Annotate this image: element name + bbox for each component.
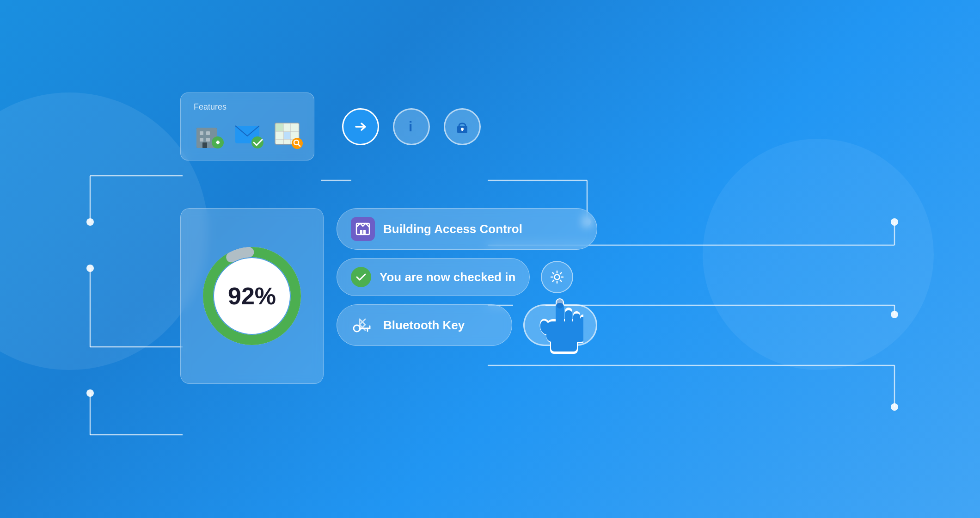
checked-in-text: You are now checked in	[380, 270, 515, 284]
bg-decoration-right	[703, 139, 934, 370]
donut-chart: 92%	[196, 240, 307, 352]
svg-rect-29	[206, 131, 210, 135]
svg-rect-28	[200, 131, 203, 135]
svg-point-8	[86, 389, 94, 397]
bluetooth-key-text: Bluetooth Key	[383, 318, 465, 333]
main-bottom-section: 92% Building Access Control	[180, 208, 597, 384]
checked-in-card[interactable]: You are now checked in	[337, 258, 530, 296]
arrow-right-icon[interactable]	[342, 108, 379, 145]
svg-rect-30	[200, 138, 203, 142]
features-icons-row	[194, 117, 301, 151]
features-card: Features	[180, 92, 314, 160]
features-label: Features	[194, 102, 301, 112]
svg-text:i: i	[409, 119, 412, 134]
mail-check-icon	[233, 117, 265, 151]
donut-percentage: 92%	[228, 282, 276, 310]
key-icon	[351, 313, 375, 337]
donut-chart-card: 92%	[180, 208, 324, 384]
map-search-icon	[273, 117, 305, 151]
svg-point-60	[555, 275, 560, 280]
building-access-text: Building Access Control	[383, 222, 522, 236]
svg-rect-32	[202, 142, 207, 148]
features-section: Features	[180, 92, 481, 160]
hand-cursor-icon	[537, 294, 583, 358]
bluetooth-key-row: Bluetooth Key	[337, 304, 597, 346]
lock-icon[interactable]	[444, 108, 481, 145]
info-icon[interactable]: i	[393, 108, 430, 145]
svg-rect-52	[462, 129, 463, 131]
svg-rect-45	[284, 132, 290, 139]
check-icon	[351, 267, 371, 287]
right-cards-column: Building Access Control You are now chec…	[337, 208, 597, 346]
click-button[interactable]	[523, 304, 597, 346]
svg-rect-31	[206, 138, 210, 142]
checked-in-row: You are now checked in	[337, 258, 597, 296]
svg-rect-59	[363, 230, 366, 234]
building-access-card[interactable]: Building Access Control	[337, 208, 597, 250]
top-right-icons: i	[342, 108, 481, 145]
bg-decoration-left	[0, 92, 208, 370]
bluetooth-key-card[interactable]: Bluetooth Key	[337, 304, 512, 346]
svg-point-15	[891, 403, 898, 411]
svg-rect-35	[217, 141, 219, 144]
svg-rect-78	[551, 339, 577, 352]
building-access-icon	[351, 217, 375, 241]
svg-rect-79	[557, 299, 563, 308]
svg-rect-44	[276, 123, 283, 131]
building-add-icon	[194, 117, 225, 151]
svg-rect-58	[360, 230, 362, 234]
svg-point-46	[292, 138, 303, 149]
gear-button[interactable]	[541, 261, 573, 293]
